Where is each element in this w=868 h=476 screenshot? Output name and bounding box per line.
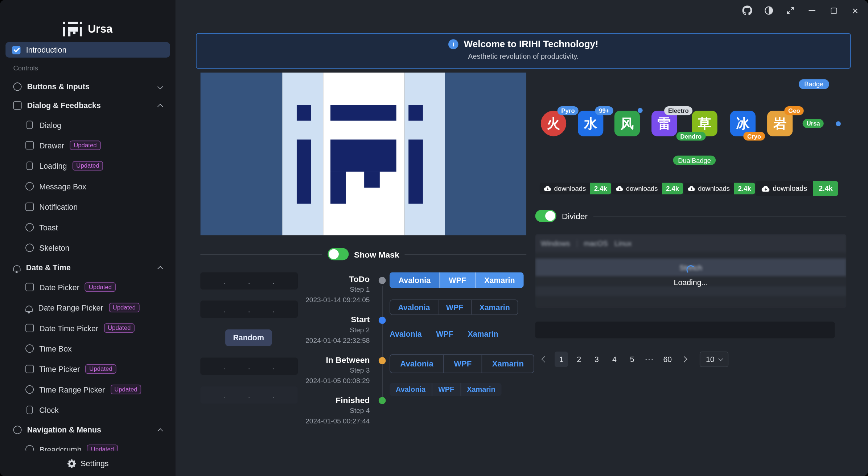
avalonia-button[interactable]: Avalonia	[390, 300, 438, 315]
page-button-3[interactable]: 3	[590, 352, 604, 367]
next-page-button[interactable]	[679, 352, 692, 367]
sidebar-item-time-box[interactable]: Time Box	[5, 338, 170, 358]
ip-box-input[interactable]: ...	[200, 272, 298, 290]
downloads-badge-left: downloads	[540, 183, 590, 194]
sidebar-item-time-range-picker[interactable]: Time Range Picker Updated	[5, 379, 170, 399]
loading-spinner-icon	[686, 265, 695, 274]
divider-toggle[interactable]	[535, 210, 556, 222]
settings-button[interactable]: Settings	[0, 451, 176, 476]
toast-icon	[25, 223, 34, 231]
time-box-icon	[25, 344, 34, 353]
ip-box-input-disabled[interactable]: ...	[200, 386, 298, 403]
grass-char: 草	[698, 115, 711, 132]
xamarin-button[interactable]: Xamarin	[468, 327, 498, 341]
sidebar-item-time-picker[interactable]: Time Picker Updated	[5, 359, 170, 379]
ip-box-input[interactable]: ...	[200, 301, 298, 318]
sidebar-item-breadcrumb[interactable]: Breadcrumb Updated	[5, 439, 170, 451]
sidebar-item-label: Breadcrumb	[39, 445, 81, 451]
random-button[interactable]: Random	[225, 329, 272, 346]
sidebar-item-date-picker[interactable]: Date Picker Updated	[5, 277, 170, 297]
timeline-dot-in-between	[379, 357, 386, 364]
divider-line	[593, 216, 846, 216]
timeline-dot-finished	[379, 397, 386, 404]
sidebar-item-drawer[interactable]: Drawer Updated	[5, 135, 170, 155]
count-badge: 99+	[595, 106, 613, 115]
show-mask-toggle[interactable]	[328, 248, 349, 260]
dot-separator: .	[272, 304, 275, 314]
sidebar-item-date-time-picker[interactable]: Date Time Picker Updated	[5, 318, 170, 338]
sidebar-section-buttons-inputs[interactable]: Buttons & Inputs	[5, 77, 170, 96]
loading-panel: Windows macOS Linux Stretch Loading...	[535, 234, 847, 308]
app-avatar-wind: 风	[614, 111, 640, 136]
downloads-badge-left: downloads	[684, 183, 734, 194]
downloads-label: downloads	[554, 185, 586, 192]
dot-badge	[638, 108, 643, 113]
timeline-step: In Between Step 3 2024-01-05 00:08:29	[289, 354, 370, 387]
cryo-badge: Cryo	[743, 132, 765, 140]
page-button-2[interactable]: 2	[572, 352, 586, 367]
xamarin-button[interactable]: Xamarin	[482, 355, 534, 373]
wpf-button[interactable]: WPF	[432, 383, 460, 396]
sidebar-item-clock[interactable]: Clock	[5, 400, 170, 420]
sidebar-item-notification[interactable]: Notification	[5, 197, 170, 217]
theme-toggle-button[interactable]	[763, 4, 775, 17]
loading-overlay: Loading...	[535, 234, 847, 308]
updated-badge: Updated	[109, 303, 140, 312]
fullscreen-button[interactable]	[784, 4, 797, 17]
sidebar-item-message-box[interactable]: Message Box	[5, 176, 170, 196]
ice-char: 冰	[736, 115, 750, 132]
avalonia-button[interactable]: Avalonia	[390, 272, 439, 288]
app-window: Ursa Introduction Controls Buttons & Inp…	[0, 0, 868, 476]
page-size-select[interactable]: 10	[700, 352, 728, 367]
sidebar-item-label: Time Range Picker	[39, 385, 105, 394]
close-button[interactable]: ×	[849, 4, 861, 17]
sidebar-section-date-time[interactable]: Date & Time	[5, 258, 170, 277]
geo-badge: Geo	[784, 106, 804, 115]
sidebar-section-navigation-menus[interactable]: Navigation & Menus	[5, 420, 170, 439]
dot-separator: .	[224, 361, 226, 371]
sidebar-item-loading[interactable]: Loading Updated	[5, 156, 170, 176]
dot-separator: .	[272, 390, 275, 400]
timeline-step: Finished Step 4 2024-01-05 00:27:44	[289, 395, 370, 427]
sidebar-item-skeleton[interactable]: Skeleton	[5, 238, 170, 258]
rock-char: 岩	[773, 115, 787, 132]
sidebar-item-dialog[interactable]: Dialog	[5, 115, 170, 135]
xamarin-button[interactable]: Xamarin	[475, 272, 524, 288]
minimize-button[interactable]	[806, 4, 818, 17]
xamarin-button[interactable]: Xamarin	[471, 300, 518, 315]
pagination-ellipsis: •••	[643, 352, 657, 367]
sidebar-section-dialog-feedbacks[interactable]: Dialog & Feedbacks	[5, 96, 170, 115]
maximize-button[interactable]	[827, 4, 840, 17]
updated-badge: Updated	[86, 364, 116, 374]
avalonia-button[interactable]: Avalonia	[390, 327, 421, 341]
sidebar-item-date-range-picker[interactable]: Date Range Picker Updated	[5, 297, 170, 317]
sidebar-item-toast[interactable]: Toast	[5, 217, 170, 237]
message-box-icon	[25, 182, 34, 190]
xamarin-button[interactable]: Xamarin	[460, 383, 501, 396]
dual-badge: DualBadge	[673, 156, 716, 165]
ursa-badge: Ursa	[803, 119, 824, 128]
sidebar-section-label: Buttons & Inputs	[27, 82, 90, 91]
show-mask-label: Show Mask	[354, 249, 399, 259]
date-picker-icon	[25, 283, 34, 291]
sidebar-section-label: Date & Time	[26, 263, 71, 272]
page-button-60[interactable]: 60	[661, 352, 674, 367]
drawer-icon	[25, 141, 34, 149]
avalonia-button[interactable]: Avalonia	[390, 383, 432, 396]
github-button[interactable]	[741, 4, 753, 17]
sidebar-item-introduction[interactable]: Introduction	[5, 42, 170, 58]
ip-box-input[interactable]: ...	[200, 358, 298, 375]
page-button-5[interactable]: 5	[625, 352, 639, 367]
wpf-button[interactable]: WPF	[439, 272, 475, 288]
page-button-4[interactable]: 4	[608, 352, 621, 367]
wpf-button[interactable]: WPF	[443, 355, 482, 373]
wpf-button[interactable]: WPF	[438, 300, 471, 315]
wpf-button[interactable]: WPF	[436, 327, 453, 341]
downloads-count: 2.4k	[590, 183, 611, 194]
timeline-step-title: In Between	[289, 354, 370, 366]
sidebar-item-label: Dialog	[39, 120, 61, 129]
page-button-1[interactable]: 1	[555, 352, 568, 367]
previous-page-button[interactable]	[537, 352, 550, 367]
avalonia-button[interactable]: Avalonia	[390, 355, 443, 373]
text-input[interactable]	[535, 322, 835, 338]
